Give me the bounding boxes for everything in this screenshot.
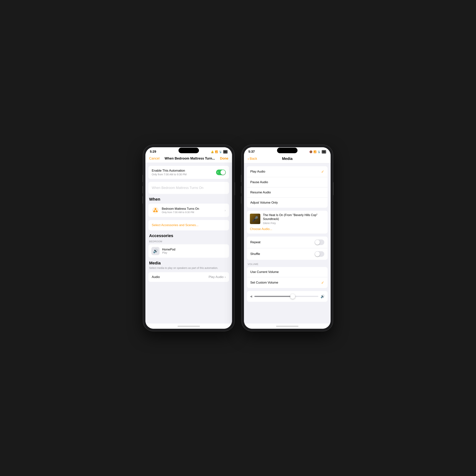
- status-icons-right: 🔕 📶 📡 55: [309, 150, 326, 153]
- accessories-header: Accessories: [148, 233, 229, 238]
- when-header: When: [148, 197, 229, 202]
- back-chevron: ‹: [248, 156, 249, 161]
- volume-down-button-right[interactable]: [241, 196, 242, 204]
- back-button[interactable]: ‹ Back: [248, 156, 257, 161]
- when-subtitle: Only from 7:00 AM to 9:30 PM: [162, 211, 199, 214]
- shuffle-toggle[interactable]: [315, 251, 324, 257]
- home-bar-right: [276, 326, 298, 327]
- homepod-card[interactable]: 🔊 HomePod Play: [148, 244, 229, 258]
- homekit-icon: [152, 206, 159, 214]
- signal-icon-right: 📶: [313, 151, 316, 153]
- enable-row: Enable This Automation Only from 7:00 AM…: [148, 166, 229, 179]
- volume-options-card: Use Current Volume Set Custom Volume ✓: [247, 267, 328, 288]
- media-header: Media: [148, 261, 229, 266]
- right-content: Play Audio ✓ Pause Audio Resume Audio Ad…: [244, 163, 331, 323]
- when-text: Bedroom Mattress Turns On Only from 7:00…: [162, 207, 199, 214]
- play-audio-check: ✓: [321, 170, 324, 174]
- option-play-audio[interactable]: Play Audio ✓: [247, 166, 328, 177]
- home-bar-left: [178, 326, 200, 327]
- album-art-person: 🎤: [252, 216, 258, 222]
- enable-subtitle: Only from 7:00 AM to 9:30 PM: [152, 173, 187, 176]
- option-resume-audio[interactable]: Resume Audio: [247, 187, 328, 198]
- enable-text: Enable This Automation Only from 7:00 AM…: [152, 169, 187, 176]
- battery-right: 55: [322, 150, 326, 153]
- option-use-current-volume[interactable]: Use Current Volume: [247, 267, 328, 277]
- phones-container: 5:29 🔔 📶 📡 55 Cancel When Bedroom Mattre…: [143, 145, 333, 331]
- adjust-volume-label: Adjust Volume Only: [250, 201, 278, 204]
- volume-down-button[interactable]: [142, 196, 143, 204]
- vol-max-icon: 🔊: [321, 294, 325, 298]
- volume-up-button[interactable]: [142, 186, 143, 193]
- option-pause-audio[interactable]: Pause Audio: [247, 177, 328, 187]
- volume-section: VOLUME Use Current Volume Set Custom Vol…: [247, 263, 328, 288]
- audio-label: Audio: [152, 275, 160, 279]
- repeat-knob: [315, 240, 320, 245]
- battery-left: 55: [223, 150, 228, 153]
- slider-thumb[interactable]: [290, 294, 295, 299]
- left-content: Enable This Automation Only from 7:00 AM…: [145, 163, 232, 323]
- set-custom-volume-check: ✓: [321, 280, 324, 285]
- right-screen: 5:37 🔕 📶 📡 55 ‹ Back Media: [244, 147, 331, 329]
- when-chevron: ›: [225, 208, 226, 212]
- svg-point-0: [152, 207, 159, 213]
- option-set-custom-volume[interactable]: Set Custom Volume ✓: [247, 277, 328, 288]
- audio-options-card: Play Audio ✓ Pause Audio Resume Audio Ad…: [247, 166, 328, 208]
- song-card: 🎤 The Heat Is On (From "Beverly Hills Co…: [247, 211, 328, 234]
- cancel-button[interactable]: Cancel: [149, 156, 160, 160]
- phone-right: 5:37 🔕 📶 📡 55 ‹ Back Media: [242, 145, 333, 331]
- nav-title-right: Media: [282, 156, 293, 161]
- pause-audio-label: Pause Audio: [250, 180, 268, 184]
- back-label: Back: [250, 157, 257, 161]
- signal-icon-left: 📶: [215, 151, 218, 153]
- audio-chevron: ›: [225, 275, 226, 279]
- dynamic-island-left: [178, 148, 199, 153]
- mute-icon-right: 🔕: [309, 151, 312, 153]
- repeat-row: Repeat: [247, 237, 328, 248]
- shuffle-row: Shuffle: [247, 248, 328, 260]
- placeholder-card: When Bedroom Mattress Turns On: [148, 182, 229, 194]
- volume-slider-card: ◀ 🔊: [247, 291, 328, 302]
- status-bar-right: 5:37 🔕 📶 📡 55: [244, 147, 331, 155]
- nav-bar-right: ‹ Back Media: [244, 155, 331, 163]
- choose-audio-button[interactable]: Choose Audio...: [250, 227, 272, 231]
- dynamic-island-right: [277, 148, 298, 153]
- nav-bar-left: Cancel When Bedroom Mattress Turn... Don…: [145, 155, 232, 163]
- homepod-name: HomePod: [162, 248, 175, 251]
- audio-row[interactable]: Audio Play Audio ›: [148, 272, 229, 282]
- song-row: 🎤 The Heat Is On (From "Beverly Hills Co…: [250, 213, 325, 225]
- repeat-toggle[interactable]: [315, 239, 324, 245]
- homepod-icon: 🔊: [151, 247, 160, 255]
- home-indicator-left: [145, 323, 232, 329]
- repeat-shuffle-card: Repeat Shuffle: [247, 237, 328, 260]
- select-accessories-card[interactable]: Select Accessories and Scenes...: [148, 220, 229, 230]
- play-audio-label: Play Audio: [250, 170, 265, 173]
- set-custom-volume-label: Set Custom Volume: [250, 281, 278, 285]
- volume-slider[interactable]: [254, 296, 318, 297]
- media-desc: Select media to play on speakers as part…: [148, 266, 229, 270]
- song-artist: Glenn Frey: [263, 222, 325, 225]
- vol-min-icon: ◀: [250, 294, 252, 298]
- done-button[interactable]: Done: [220, 156, 228, 160]
- volume-label: VOLUME: [247, 263, 328, 266]
- left-screen: 5:29 🔔 📶 📡 55 Cancel When Bedroom Mattre…: [145, 147, 232, 329]
- resume-audio-label: Resume Audio: [250, 191, 271, 194]
- placeholder-text: When Bedroom Mattress Turns On: [152, 186, 204, 190]
- wifi-icon-right: 📡: [318, 151, 321, 153]
- homepod-action: Play: [162, 251, 175, 254]
- status-icons-left: 🔔 📶 📡 55: [211, 150, 228, 153]
- audio-value-text: Play Audio: [209, 275, 223, 279]
- volume-up-button-right[interactable]: [241, 186, 242, 193]
- time-right: 5:37: [248, 150, 255, 153]
- time-left: 5:29: [150, 150, 156, 153]
- option-adjust-volume[interactable]: Adjust Volume Only: [247, 198, 328, 208]
- when-row[interactable]: Bedroom Mattress Turns On Only from 7:00…: [148, 204, 229, 217]
- enable-title: Enable This Automation: [152, 169, 187, 172]
- album-art-inner: 🎤: [250, 214, 260, 224]
- enable-toggle[interactable]: [216, 170, 226, 175]
- bedroom-label: BEDROOM: [148, 240, 229, 243]
- status-bar-left: 5:29 🔔 📶 📡 55: [145, 147, 232, 155]
- enable-card: Enable This Automation Only from 7:00 AM…: [148, 166, 229, 179]
- song-title: The Heat Is On (From "Beverly Hills Cop"…: [263, 213, 325, 221]
- use-current-volume-label: Use Current Volume: [250, 270, 279, 274]
- wifi-icon-left: 📡: [219, 151, 222, 153]
